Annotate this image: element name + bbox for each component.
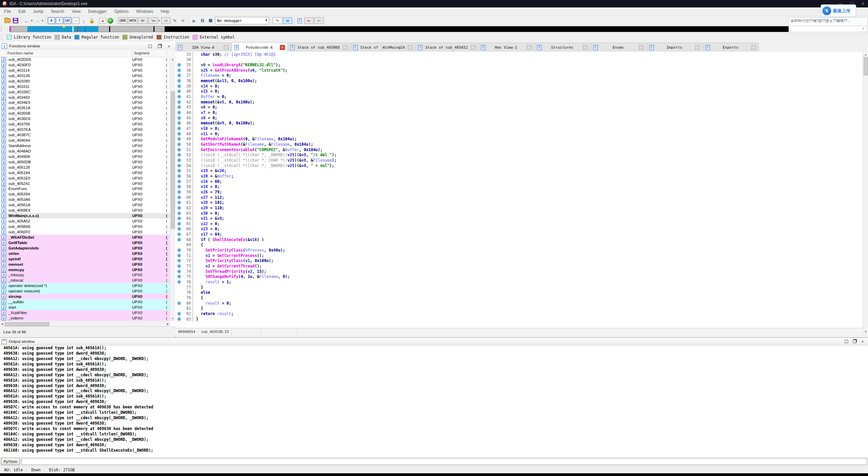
- code-line[interactable]: 78else: [175, 290, 863, 295]
- make-name-icon[interactable]: A+: [138, 17, 148, 24]
- code-line[interactable]: 38memset(&v13, 0, 0x100u);: [175, 78, 863, 84]
- code-line[interactable]: 51GetEnvironmentVariableA("COMSPEC", &Bu…: [175, 147, 863, 152]
- code-line[interactable]: 43v6 = 0;: [175, 105, 863, 110]
- tab-imports[interactable]: Imports✕: [647, 43, 702, 52]
- code-line[interactable]: 80result = 0;: [175, 301, 863, 306]
- code-line[interactable]: 64v21 = &v8;: [175, 216, 863, 221]
- menu-item-edit[interactable]: Edit: [15, 8, 29, 15]
- band-drag-handle[interactable]: [1, 26, 3, 31]
- upload-label[interactable]: 极速上传: [833, 8, 850, 14]
- breakpoint-dot-icon[interactable]: [177, 222, 181, 225]
- quick-debug-icon[interactable]: *c: [273, 17, 282, 24]
- breakpoint-dot-icon[interactable]: [177, 254, 181, 257]
- code-line[interactable]: 63v30 = 0;: [175, 211, 863, 216]
- code-line[interactable]: 44v7 = 0;: [175, 110, 863, 115]
- code-line[interactable]: 34: [175, 57, 863, 63]
- tab-close-icon[interactable]: ✕: [695, 45, 700, 50]
- breakpoint-dot-icon[interactable]: [177, 185, 181, 188]
- function-row[interactable]: fStartAddressUPX0(: [0, 143, 170, 148]
- tab-hex-view-1[interactable]: Hex View-1✕: [479, 43, 534, 52]
- breakpoint-dot-icon[interactable]: [177, 85, 181, 88]
- ime-combo[interactable]: ∨: [790, 26, 866, 32]
- breakpoint-dot-icon[interactable]: [177, 121, 181, 125]
- function-row[interactable]: fsub_4051E0UPX0(: [0, 175, 170, 181]
- tab-close-icon[interactable]: ✕: [527, 45, 532, 50]
- menu-item-debugger[interactable]: Debugger: [85, 8, 110, 15]
- code-gutter[interactable]: [175, 137, 183, 141]
- code-gutter[interactable]: [175, 259, 183, 262]
- code-gutter[interactable]: [175, 190, 183, 194]
- breakpoint-dot-icon[interactable]: [177, 190, 181, 194]
- functions-window-titlebar[interactable]: f Functions window ✕: [0, 42, 175, 50]
- breakpoint-dot-icon[interactable]: [177, 137, 181, 141]
- output-log[interactable]: 40561A: using guessed type int sub_40561…: [0, 345, 868, 457]
- breakpoint-dot-icon[interactable]: [177, 248, 181, 252]
- cli-input[interactable]: [21, 458, 867, 465]
- open-file-icon[interactable]: [4, 17, 11, 24]
- function-row[interactable]: f_XcptFilterUPX0(: [0, 310, 170, 315]
- code-gutter[interactable]: [175, 238, 183, 241]
- function-row[interactable]: fsub_40561AUPX0(: [0, 202, 170, 208]
- function-row[interactable]: f_inittermUPX0(: [0, 315, 170, 321]
- function-row[interactable]: fstrcmpUPX0(: [0, 294, 170, 299]
- code-line[interactable]: 75SHChangeNotify(4, 1u, &Filename, 0);: [175, 274, 863, 280]
- function-row[interactable]: fsub_403280UPX0(: [0, 78, 170, 84]
- navigate-forward-icon[interactable]: →: [34, 17, 41, 24]
- code-gutter[interactable]: [175, 116, 183, 120]
- navigator-band[interactable]: [9, 26, 863, 32]
- code-line[interactable]: 56v20 = &Buffer;: [175, 173, 863, 179]
- menu-item-help[interactable]: Help: [157, 8, 173, 15]
- back-dropdown-icon[interactable]: ▼: [30, 19, 33, 22]
- code-line[interactable]: 35v0 = LoadLibraryA("KERNEL32.dll");: [175, 62, 863, 68]
- code-gutter[interactable]: [175, 174, 183, 178]
- function-row[interactable]: fsub_4036C6UPX0(: [0, 116, 170, 121]
- breakpoint-dot-icon[interactable]: [177, 69, 181, 72]
- tab-close-icon[interactable]: ✕: [343, 45, 348, 50]
- make-code-icon[interactable]: CODE: [118, 17, 127, 24]
- code-line[interactable]: 74SetThreadPriority(v2, 15);: [175, 269, 863, 274]
- function-row[interactable]: fsub_405A52UPX0(: [0, 218, 170, 224]
- function-row[interactable]: fsub_405128UPX0(: [0, 165, 170, 170]
- code-gutter[interactable]: [175, 248, 183, 252]
- breakpoint-dot-icon[interactable]: [177, 217, 181, 220]
- code-gutter[interactable]: [175, 121, 183, 125]
- tab-enums[interactable]: Enums✕: [591, 43, 646, 52]
- code-line[interactable]: 49GetModuleFileNameA(0, &Filename, 0x104…: [175, 137, 863, 142]
- code-line[interactable]: 33char v30; // [sp+35Ch] [bp-4h]@1: [175, 52, 863, 57]
- code-line[interactable]: 59v26 = 79;: [175, 189, 863, 195]
- code-gutter[interactable]: [175, 264, 183, 268]
- code-gutter[interactable]: [175, 79, 183, 82]
- function-row[interactable]: f_mbscatUPX0(: [0, 278, 170, 283]
- code-gutter[interactable]: [175, 217, 183, 220]
- breakpoint-dot-icon[interactable]: [177, 206, 181, 210]
- function-row[interactable]: fsub_40336CUPX0(: [0, 89, 170, 95]
- function-row[interactable]: fsub_403135UPX0(: [0, 73, 170, 78]
- functions-maximize-button[interactable]: [147, 43, 153, 49]
- code-gutter[interactable]: [175, 105, 183, 109]
- column-segment[interactable]: Segment: [134, 51, 149, 55]
- code-line[interactable]: 54((void (__stdcall *)(char *, _DWORD))v…: [175, 163, 863, 168]
- code-gutter[interactable]: [175, 69, 183, 72]
- search-next-icon[interactable]: ⇒: [72, 17, 79, 24]
- search-binary-icon[interactable]: 101: [64, 17, 71, 24]
- function-row[interactable]: fsub_405241UPX0(: [0, 181, 170, 186]
- pseudocode-view[interactable]: 33char v30; // [sp+35Ch] [bp-4h]@13435v0…: [175, 52, 863, 328]
- code-line[interactable]: 82return result;: [175, 311, 863, 316]
- code-line[interactable]: 81}: [175, 306, 863, 311]
- tab-close-icon[interactable]: ✕: [751, 45, 756, 50]
- function-row[interactable]: fsub_403311UPX0(: [0, 84, 170, 89]
- code-gutter[interactable]: [175, 302, 183, 305]
- save-icon[interactable]: [12, 17, 19, 24]
- breakpoint-dot-icon[interactable]: [177, 312, 181, 315]
- code-line[interactable]: 55v19 = &v26;: [175, 168, 863, 173]
- functions-float-button[interactable]: [156, 43, 163, 49]
- code-line[interactable]: 47v10 = 0;: [175, 126, 863, 131]
- code-line[interactable]: 53((void (__stdcall *)(char *, CHAR *))v…: [175, 158, 863, 163]
- breakpoint-dot-icon[interactable]: [177, 95, 181, 98]
- functions-list[interactable]: fsub_402DD5UPX0(fsub_4030FDUPX0(fsub_403…: [0, 57, 170, 321]
- function-row[interactable]: fsub_402DD5UPX0(: [0, 57, 170, 62]
- code-gutter[interactable]: [175, 63, 183, 67]
- function-row[interactable]: fstrlenUPX0(: [0, 251, 170, 256]
- function-row[interactable]: f_WSAFDIsSetUPX0(: [0, 235, 170, 240]
- breakpoint-dot-icon[interactable]: [177, 153, 181, 157]
